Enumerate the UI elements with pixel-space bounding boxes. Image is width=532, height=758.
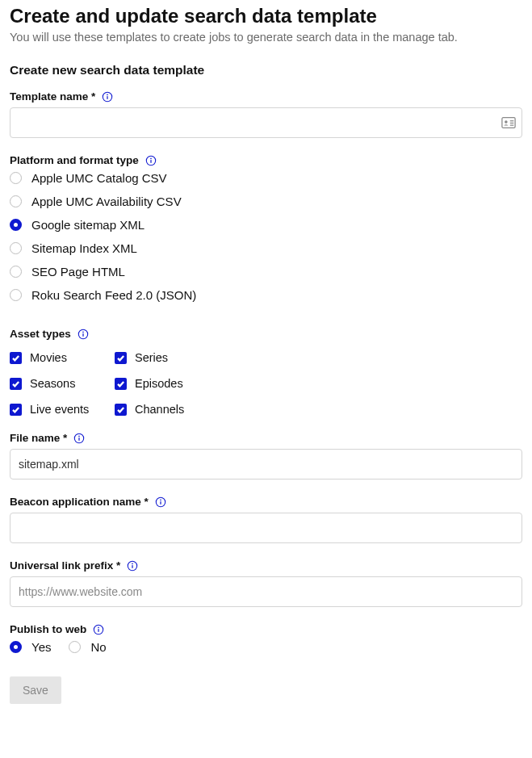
universal-link-prefix-field: Universal link prefix * [10, 559, 522, 607]
publish-no-option[interactable]: No [69, 640, 106, 654]
svg-rect-18 [160, 501, 161, 505]
asset-types-field: Asset types Movies Series Seasons Episod… [10, 328, 522, 416]
radio-label: Apple UMC Catalog CSV [31, 171, 167, 185]
radio-label: Apple UMC Availability CSV [31, 195, 182, 208]
asset-episodes-checkbox[interactable]: Episodes [115, 377, 236, 390]
checkbox-label: Movies [30, 351, 67, 364]
asset-seasons-checkbox[interactable]: Seasons [10, 377, 115, 390]
radio-label: Yes [31, 640, 51, 654]
svg-point-2 [107, 94, 109, 95]
publish-yes-option[interactable]: Yes [10, 640, 51, 654]
radio-icon [69, 641, 81, 653]
beacon-app-name-field: Beacon application name * [10, 496, 522, 543]
info-icon[interactable] [77, 329, 89, 340]
checkbox-icon [10, 378, 22, 390]
template-name-input[interactable] [10, 107, 522, 138]
svg-point-22 [132, 563, 134, 564]
radio-icon [10, 195, 22, 207]
universal-link-prefix-input[interactable] [10, 576, 522, 607]
asset-types-label: Asset types [10, 328, 71, 340]
info-icon[interactable] [127, 560, 138, 572]
radio-icon [10, 242, 22, 254]
radio-label: SEO Page HTML [31, 265, 125, 278]
file-name-input[interactable] [10, 449, 522, 480]
radio-icon [10, 219, 22, 231]
platform-option-google-sitemap[interactable]: Google sitemap XML [10, 218, 522, 232]
svg-point-10 [150, 157, 152, 159]
svg-point-4 [505, 120, 508, 124]
asset-types-checkbox-grid: Movies Series Seasons Episodes Live even… [10, 351, 522, 416]
page-title: Create and update search data template [10, 5, 522, 27]
universal-link-prefix-label: Universal link prefix * [10, 559, 120, 572]
svg-point-19 [160, 499, 161, 500]
asset-channels-checkbox[interactable]: Channels [115, 403, 236, 416]
platform-option-sitemap-index[interactable]: Sitemap Index XML [10, 241, 522, 255]
publish-to-web-field: Publish to web Yes No [10, 623, 522, 654]
radio-label: No [90, 640, 106, 654]
radio-label: Google sitemap XML [31, 218, 145, 232]
svg-point-13 [82, 331, 84, 333]
checkbox-label: Live events [30, 403, 89, 416]
checkbox-icon [10, 352, 22, 364]
file-name-field: File name * [10, 432, 522, 480]
radio-icon [10, 266, 22, 278]
template-name-field: Template name * [10, 90, 522, 138]
id-card-icon [501, 116, 516, 129]
platform-option-apple-umc-catalog[interactable]: Apple UMC Catalog CSV [10, 171, 522, 185]
section-title: Create new search data template [10, 63, 522, 77]
radio-icon [10, 289, 22, 301]
asset-series-checkbox[interactable]: Series [115, 351, 236, 364]
checkbox-label: Seasons [30, 377, 75, 390]
info-icon[interactable] [102, 91, 113, 103]
checkbox-label: Episodes [135, 377, 183, 390]
checkbox-icon [115, 352, 127, 364]
platform-option-apple-umc-availability[interactable]: Apple UMC Availability CSV [10, 195, 522, 208]
platform-option-roku-search-feed[interactable]: Roku Search Feed 2.0 (JSON) [10, 288, 522, 302]
radio-icon [10, 172, 22, 184]
svg-rect-12 [82, 333, 83, 337]
platform-format-label: Platform and format type [10, 154, 139, 166]
svg-rect-21 [132, 565, 133, 568]
svg-rect-9 [150, 160, 151, 163]
platform-option-seo-page[interactable]: SEO Page HTML [10, 265, 522, 278]
file-name-label: File name * [10, 432, 67, 444]
radio-icon [10, 641, 22, 653]
svg-point-16 [78, 435, 80, 437]
template-name-label: Template name * [10, 90, 95, 103]
beacon-app-name-label: Beacon application name * [10, 496, 149, 508]
checkbox-icon [115, 404, 127, 416]
checkbox-label: Channels [135, 403, 184, 416]
platform-format-radio-group: Apple UMC Catalog CSV Apple UMC Availabi… [10, 171, 522, 312]
checkbox-icon [115, 378, 127, 390]
checkbox-icon [10, 404, 22, 416]
checkbox-label: Series [135, 351, 168, 364]
publish-to-web-label: Publish to web [10, 623, 86, 635]
info-icon[interactable] [145, 155, 157, 166]
svg-point-25 [98, 626, 99, 628]
svg-rect-24 [98, 629, 99, 632]
svg-rect-1 [107, 96, 108, 99]
info-icon[interactable] [155, 496, 166, 508]
platform-format-field: Platform and format type Apple UMC Catal… [10, 154, 522, 312]
beacon-app-name-input[interactable] [10, 513, 522, 543]
info-icon[interactable] [73, 433, 85, 444]
radio-label: Roku Search Feed 2.0 (JSON) [31, 288, 196, 302]
svg-rect-15 [79, 438, 80, 441]
save-button[interactable]: Save [10, 676, 61, 704]
publish-to-web-radio-group: Yes No [10, 640, 522, 654]
page-subtitle: You will use these templates to create j… [10, 31, 522, 44]
asset-live-events-checkbox[interactable]: Live events [10, 403, 115, 416]
info-icon[interactable] [93, 624, 104, 635]
asset-movies-checkbox[interactable]: Movies [10, 351, 115, 364]
radio-label: Sitemap Index XML [31, 241, 137, 255]
